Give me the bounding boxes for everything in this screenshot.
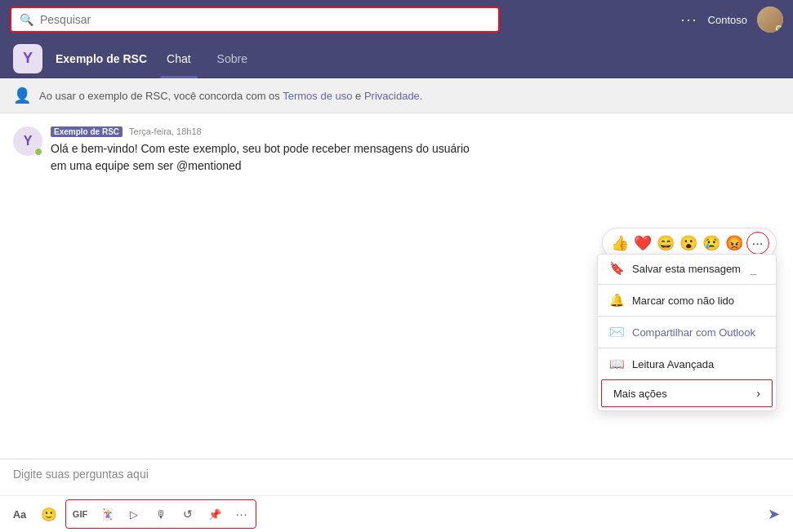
online-status-dot <box>776 25 782 32</box>
org-name: Contoso <box>708 14 747 26</box>
ctx-more-actions[interactable]: Mais ações › <box>601 379 773 407</box>
ctx-divider-3 <box>598 348 776 348</box>
search-icon: 🔍 <box>20 13 33 26</box>
format-button[interactable]: Aa <box>7 501 33 527</box>
main-content: 👤 Ao usar o exemplo de RSC, você concord… <box>0 78 793 532</box>
app-logo: Y <box>13 44 42 73</box>
app-name: Exemplo de RSC <box>56 52 147 65</box>
tab-chat[interactable]: Chat <box>160 39 198 78</box>
message-content: Exemplo de RSC Terça-feira, 18h18 Olá e … <box>51 126 780 175</box>
bookmark-icon: 🔖 <box>609 261 624 276</box>
consent-banner: 👤 Ao usar o exemplo de RSC, você concord… <box>0 78 793 113</box>
send-button[interactable]: ➤ <box>760 501 786 527</box>
reaction-more-icon: ··· <box>752 237 764 250</box>
send-icon: ➤ <box>768 505 780 523</box>
reaction-more-button[interactable]: ··· <box>746 232 769 255</box>
terms-link[interactable]: Termos de uso <box>283 90 352 102</box>
send-options-button[interactable]: ▷ <box>121 501 147 527</box>
ctx-leitura-label: Leitura Avançada <box>632 358 714 370</box>
privacy-link[interactable]: Privacidade <box>364 90 420 102</box>
reaction-sad[interactable]: 😢 <box>701 233 722 254</box>
ctx-save-label: Salvar esta mensagem <box>632 263 741 275</box>
message-header: Exemplo de RSC Terça-feira, 18h18 <box>51 126 780 137</box>
ctx-share-outlook[interactable]: ✉️ Compartilhar com Outlook <box>598 318 776 346</box>
logo-icon: Y <box>23 50 33 67</box>
message-time: Terça-feira, 18h18 <box>129 126 202 136</box>
context-menu: 🔖 Salvar esta mensagem _ 🔔 Marcar como n… <box>597 254 777 411</box>
search-input[interactable] <box>40 13 490 26</box>
reaction-heart[interactable]: ❤️ <box>632 233 653 254</box>
tab-sobre[interactable]: Sobre <box>211 39 254 78</box>
loop-button[interactable]: ↺ <box>175 501 201 527</box>
audio-button[interactable]: 🎙 <box>148 501 174 527</box>
reaction-angry[interactable]: 😡 <box>724 233 745 254</box>
reaction-thumbs-up[interactable]: 👍 <box>609 233 630 254</box>
search-box[interactable]: 🔍 <box>10 7 500 33</box>
chat-area: Y Exemplo de RSC Terça-feira, 18h18 Olá … <box>0 113 793 459</box>
message-input[interactable]: Digite suas perguntas aqui <box>0 459 793 495</box>
message-avatar: Y <box>13 126 42 156</box>
ctx-share-label: Compartilhar com Outlook <box>632 326 755 339</box>
input-placeholder: Digite suas perguntas aqui <box>13 468 149 481</box>
topbar-more-button[interactable]: ··· <box>681 11 698 29</box>
ctx-divider-1 <box>598 284 776 285</box>
reading-icon: 📖 <box>609 357 624 371</box>
email-icon: ✉️ <box>609 325 624 339</box>
consent-icon: 👤 <box>13 86 31 104</box>
message-toolbar: Aa 🙂 GIF 🃏 ▷ 🎙 ↺ 📌 ··· ➤ <box>0 495 793 532</box>
ctx-save-message[interactable]: 🔖 Salvar esta mensagem _ <box>598 255 776 282</box>
message-row: Y Exemplo de RSC Terça-feira, 18h18 Olá … <box>13 126 780 175</box>
app-tab-bar: Y Exemplo de RSC Chat Sobre <box>0 39 793 78</box>
ctx-more-arrow: › <box>756 387 760 400</box>
sticker-button[interactable]: 🃏 <box>94 501 120 527</box>
reaction-wow[interactable]: 😮 <box>678 233 699 254</box>
ctx-mark-unread[interactable]: 🔔 Marcar como não lido <box>598 286 776 314</box>
ctx-mark-label: Marcar como não lido <box>632 295 734 307</box>
message-text: Olá e bem-vindo! Com este exemplo, seu b… <box>51 140 780 175</box>
reaction-laugh[interactable]: 😄 <box>655 233 676 254</box>
toolbar-grouped: GIF 🃏 ▷ 🎙 ↺ 📌 ··· <box>65 499 256 529</box>
message-app-label: Exemplo de RSC <box>51 126 123 137</box>
unread-icon: 🔔 <box>609 293 624 308</box>
input-area: Digite suas perguntas aqui Aa 🙂 GIF 🃏 ▷ … <box>0 459 793 532</box>
gif-button[interactable]: GIF <box>67 501 93 527</box>
toolbar-more-button[interactable]: ··· <box>229 501 255 527</box>
consent-text: Ao usar o exemplo de RSC, você concorda … <box>39 90 422 102</box>
emoji-button[interactable]: 🙂 <box>36 501 62 527</box>
avatar[interactable] <box>757 7 783 33</box>
ctx-divider-2 <box>598 316 776 317</box>
ctx-leitura[interactable]: 📖 Leitura Avançada <box>598 350 776 378</box>
top-bar: 🔍 ··· Contoso <box>0 0 793 39</box>
message-avatar-status <box>34 148 42 156</box>
pin-button[interactable]: 📌 <box>202 501 228 527</box>
ctx-more-label: Mais ações <box>613 388 667 400</box>
topbar-right: ··· Contoso <box>681 7 783 33</box>
